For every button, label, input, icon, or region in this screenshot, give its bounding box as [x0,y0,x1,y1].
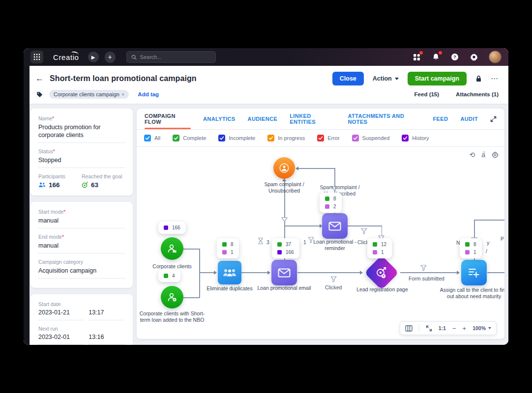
tab-audit[interactable]: AUDIT [460,109,478,129]
edge-label-fragment: y [487,240,489,246]
global-search-input[interactable]: Search... [126,51,216,63]
zoom-level-dropdown[interactable]: 100% [473,325,491,331]
condition-marker [281,217,288,222]
chevron-down-icon [395,78,399,80]
fit-to-screen-icon[interactable] [426,325,432,332]
node-eliminate-duplicates[interactable] [218,261,241,284]
node-label-reminder: Loan promotional - reminder [305,239,364,252]
add-tag-link[interactable]: Add tag [138,91,159,97]
start-date-field[interactable]: 2023-01-21 [38,309,84,320]
actual-size-button[interactable]: 1:1 [439,325,446,331]
node-label-nbo: Corporate clients with Short-term loan a… [139,310,205,323]
connector [487,272,504,273]
node-lead-registration-page[interactable] [364,255,399,290]
filter-complete[interactable]: Complete [173,135,206,141]
connector [199,249,200,298]
status-field[interactable]: Stopped [38,156,125,168]
start-campaign-button[interactable]: Start campaign [408,72,467,85]
user-avatar[interactable] [489,51,502,63]
creatio-logo: Creatio [53,53,79,61]
form-card-mode: Start mode* manual End mode* manual Camp… [30,202,133,288]
category-label: Campaign category [38,259,125,265]
node-loan-promo-email[interactable] [271,260,297,285]
node-label-spam: Spam complaint / Unsubscribed [257,181,311,194]
lock-icon[interactable] [475,75,482,82]
zoom-in-button[interactable]: + [463,325,467,332]
tab-feed[interactable]: FEED [433,109,448,129]
filter-history[interactable]: History [402,135,429,141]
help-icon[interactable]: ? [450,53,459,61]
canvas-tools: ⟲ a→ [469,151,499,159]
action-dropdown[interactable]: Action [373,75,399,82]
start-time-field[interactable]: 13:17 [89,309,125,320]
checkbox-checked [144,135,151,141]
tab-audience[interactable]: AUDIENCE [248,109,278,129]
node-label-corporate: Corporate clients [147,263,198,270]
node-corporate-nbo[interactable] [161,286,183,309]
connector [298,168,335,169]
tab-attachments-notes[interactable]: ATTACHMENTS AND NOTES [348,109,420,129]
auto-layout-icon[interactable]: a→ [481,152,485,157]
attachments-link[interactable]: Attachments (1) [456,91,499,97]
more-options-button[interactable]: ⋯ [491,74,499,83]
start-mode-label: Start mode* [38,209,125,215]
next-run-date-field[interactable]: 2023-02-01 [38,334,84,345]
tag-chip[interactable]: Corporate clients campaign× [49,90,129,99]
end-mode-label: End mode* [38,234,125,240]
apps-grid-icon[interactable] [30,51,43,63]
filter-all[interactable]: All [144,135,160,141]
tab-analytics[interactable]: ANALYTICS [203,109,236,129]
tab-campaign-flow[interactable]: COMPAIGN FLOW [145,109,191,129]
canvas-settings-gear-icon[interactable] [492,151,499,158]
filter-suspended[interactable]: Suspended [352,135,390,141]
checkbox-checked [402,135,409,141]
participants-label: Participants [38,173,82,179]
back-arrow-icon[interactable]: ← [35,74,44,84]
quick-add-button[interactable]: + [105,52,116,63]
app-window: Creatio ▶ + Search... [24,48,508,345]
zoom-out-button[interactable]: − [452,325,456,332]
minimap-icon[interactable] [405,325,413,332]
feed-link[interactable]: Feed (15) [414,91,440,97]
end-mode-field[interactable]: manual [38,242,125,253]
svg-text:?: ? [453,54,456,59]
arrowhead [457,271,460,275]
start-mode-field[interactable]: manual [38,217,125,228]
name-field[interactable]: Products promotion for corporate clients [38,123,125,143]
checkbox-checked [173,135,179,141]
checkbox-checked [267,135,274,141]
page-title: Short-term loan promotional campaign [50,74,197,83]
nav-rail-collapsed[interactable] [24,66,30,345]
checkbox-checked [352,135,359,141]
connector [200,272,214,273]
node-corporate-clients[interactable] [161,237,183,260]
filter-error[interactable]: Error [317,135,339,141]
filter-in-progress[interactable]: In progress [267,135,305,141]
name-label: Name* [38,115,125,121]
flow-canvas[interactable]: Clicked Clicked Form submitted Spam comp… [137,147,504,339]
node-spam-unsubscribed[interactable] [273,157,295,179]
search-icon [131,55,137,60]
arrowhead [214,271,217,275]
run-process-button[interactable]: ▶ [88,52,99,62]
tag-remove-icon[interactable]: × [121,91,124,97]
node-loan-promo-reminder[interactable] [322,213,348,239]
node-assign-call[interactable] [461,260,487,285]
node-label-dedup: Eliminate duplicates [203,285,257,292]
zoom-toolbar: 1:1 − + 100% [400,321,497,335]
bell-icon[interactable] [431,53,440,61]
category-field[interactable]: Acquisition campaign [38,267,125,279]
tab-linked-entities[interactable]: LINKED ENTITIES [290,109,335,129]
settings-gear-icon[interactable] [470,53,478,61]
next-run-time-field[interactable]: 13:16 [89,334,125,345]
checkbox-checked [218,135,225,141]
processes-icon[interactable] [412,53,421,61]
landing-page-icon [375,266,388,279]
badge-reminder: 8 2 [320,193,342,213]
filter-incomplete[interactable]: Incomplete [218,135,255,141]
undo-icon[interactable]: ⟲ [469,151,475,159]
connector [474,220,504,221]
close-button[interactable]: Close [332,72,364,85]
badge-corporate: 166 [158,222,186,234]
expand-diagonal-icon[interactable] [490,116,497,122]
